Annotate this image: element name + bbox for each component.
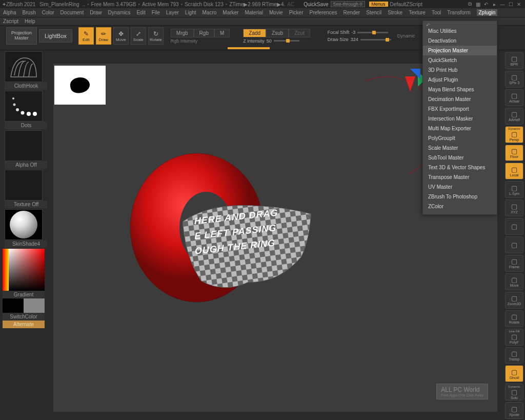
plugin-projection-master[interactable]: Projection Master (423, 46, 497, 55)
aahalf-button[interactable]: ▢AAHalf (505, 108, 523, 125)
z-intensity-slider[interactable] (274, 40, 299, 42)
undo-icon[interactable]: ↶ (482, 1, 490, 7)
quicksave-button[interactable]: QuickSave (304, 2, 328, 7)
menu-help[interactable]: Help (25, 18, 35, 24)
color-picker[interactable] (3, 249, 45, 291)
menu-dynamics[interactable]: Dynamics (108, 10, 131, 15)
plugin-scale-master[interactable]: Scale Master (423, 143, 497, 153)
default-zscript[interactable]: DefaultZScript (390, 2, 422, 7)
plugin-misc-utilities[interactable]: Misc Utilities (423, 26, 497, 36)
minimize-icon[interactable]: — (499, 1, 506, 7)
local-button[interactable]: ▢Local (505, 163, 523, 179)
focal-shift-value[interactable]: -3 (351, 30, 355, 35)
dropdown-handle-icon[interactable]: ↶ (423, 21, 497, 26)
solo-button[interactable]: Dynamic▢Solo (505, 384, 523, 401)
stroke-thumbnail[interactable] (5, 91, 43, 122)
plugin-subtool-master[interactable]: SubTool Master (423, 153, 497, 163)
plugin-fbx-exportimport[interactable]: FBX ExportImport (423, 104, 497, 114)
projection-master-button[interactable]: Projection Master (6, 27, 37, 45)
plugin-deactivation[interactable]: Deactivation (423, 36, 497, 46)
gradient-label[interactable]: Gradient (3, 291, 45, 298)
menu-movie[interactable]: Movie (269, 10, 283, 15)
menu-material[interactable]: Material (245, 10, 263, 15)
rotate-mode-button[interactable]: ↻Rotate (148, 27, 164, 45)
target-button[interactable]: ▢ (505, 236, 523, 253)
zsub-button[interactable]: Zsub (266, 29, 289, 37)
zoom3d-button[interactable]: ▢Zoom3D (505, 292, 523, 309)
menu-transform[interactable]: Transform (447, 10, 470, 15)
menu-file[interactable]: File (152, 10, 160, 15)
lsym-button[interactable]: ▢L.Sym (505, 181, 523, 198)
spix-button[interactable]: ▢SPix 3 (505, 71, 523, 88)
plugin-adjust-plugin[interactable]: Adjust Plugin (423, 75, 497, 85)
menu-layer[interactable]: Layer (166, 10, 179, 15)
menu-document[interactable]: Document (60, 10, 84, 15)
menu-tool[interactable]: Tool (432, 10, 441, 15)
m-button[interactable]: M (214, 29, 230, 37)
menu-render[interactable]: Render (343, 10, 360, 15)
maximize-icon[interactable]: ☐ (507, 1, 514, 7)
zcut-button[interactable]: Zcut (289, 29, 310, 37)
move-mode-button[interactable]: ✥Move (113, 27, 129, 45)
menu-brush[interactable]: Brush (23, 10, 36, 15)
menu-texture[interactable]: Texture (409, 10, 426, 15)
plugin-maya-blend-shapes[interactable]: Maya Blend Shapes (423, 85, 497, 94)
rotatecam-button[interactable]: ▢Rotate (505, 310, 523, 327)
menu-alpha[interactable]: Alpha (3, 10, 16, 15)
plugin-3d-print-hub[interactable]: 3D Print Hub (423, 65, 497, 75)
switchcolor-button[interactable]: SwitchColor (3, 313, 45, 321)
menu-zplugin[interactable]: Zplugin (477, 9, 498, 16)
menu-color[interactable]: Color (42, 10, 54, 15)
menu-zscript[interactable]: Zscript (3, 18, 18, 24)
seethrough-slider[interactable]: See-through 0 (331, 1, 365, 7)
plugin-zcolor[interactable]: ZColor (423, 202, 497, 211)
layout-icon[interactable]: ⧉ (466, 1, 473, 7)
focal-shift-slider[interactable] (357, 32, 388, 33)
edit-mode-button[interactable]: ✎Edit (78, 27, 94, 45)
mrgb-button[interactable]: Mrgb (171, 29, 194, 37)
ghost-button[interactable]: ▢Ghost (505, 365, 523, 382)
axis-gizmo[interactable] (395, 69, 426, 99)
color-swatch[interactable] (3, 298, 45, 313)
draw-size-value[interactable]: 324 (351, 37, 358, 42)
plugin-quicksketch[interactable]: QuickSketch (423, 55, 497, 65)
menu-stencil[interactable]: Stencil (366, 10, 381, 15)
plugin-decimation-master[interactable]: Decimation Master (423, 94, 497, 104)
floor-button[interactable]: ▢Floor (505, 145, 523, 162)
persp-button[interactable]: Dynamic▢Persp (505, 126, 523, 143)
menu-preferences[interactable]: Preferences (309, 10, 337, 15)
alternate-button[interactable]: Alternate (3, 321, 45, 328)
plugin-uv-master[interactable]: UV Master (423, 182, 497, 192)
lightbox-button[interactable]: LightBox (39, 29, 72, 43)
plugin-text-3d-vector-shapes[interactable]: Text 3D & Vector Shapes (423, 163, 497, 172)
alpha-thumbnail[interactable] (5, 130, 43, 161)
menus-toggle[interactable]: Menus (369, 2, 388, 7)
brush-thumbnail[interactable] (5, 51, 43, 82)
movecam-button[interactable]: ▢Move (505, 273, 523, 290)
transp-button[interactable]: ▢Transp (505, 347, 523, 364)
plugin-transpose-master[interactable]: Transpose Master (423, 172, 497, 182)
zadd-button[interactable]: Zadd (243, 29, 266, 37)
menu-stroke[interactable]: Stroke (388, 10, 402, 15)
reload-button[interactable]: ▢ (505, 218, 523, 235)
z-intensity-value[interactable]: 50 (267, 38, 272, 44)
menu-picker[interactable]: Picker (289, 10, 304, 15)
rgb-button[interactable]: Rgb (194, 29, 214, 37)
plugin-polygroupit[interactable]: PolyGroupIt (423, 133, 497, 143)
menu-draw[interactable]: Draw (90, 10, 102, 15)
draw-size-slider[interactable] (360, 39, 391, 41)
texture-thumbnail[interactable] (5, 170, 43, 201)
xyz-button[interactable]: ▢XYZ (505, 199, 523, 216)
scale-mode-button[interactable]: ⤢Scale (131, 27, 146, 45)
arrow-icon[interactable]: ▸ (491, 1, 498, 7)
close-icon[interactable]: ✕ (515, 1, 522, 7)
frame-button[interactable]: ▢Frame (505, 255, 523, 272)
actual-button[interactable]: ▢Actual (505, 89, 523, 106)
bpr-button[interactable]: ▢BPR (505, 52, 523, 69)
menu-macro[interactable]: Macro (203, 10, 217, 15)
plugin-zbrush-to-photoshop[interactable]: ZBrush To Photoshop (423, 192, 497, 202)
material-thumbnail[interactable] (5, 209, 43, 240)
menu-marker[interactable]: Marker (223, 10, 238, 15)
alpha-preview[interactable] (54, 66, 106, 105)
dynamic-label[interactable]: Dynamic (397, 33, 415, 38)
